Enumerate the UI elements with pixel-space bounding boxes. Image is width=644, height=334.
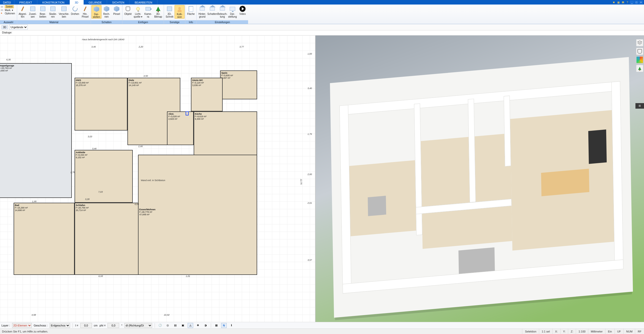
ribbon-rechnen[interactable]: Rech-nen (101, 5, 112, 18)
viewport-3d[interactable] (316, 35, 644, 322)
chair-icon (126, 7, 130, 11)
dim: 3,28 (85, 198, 90, 200)
dim: 6,30 (6, 58, 11, 61)
house-icon (200, 7, 205, 11)
phi-input[interactable] (108, 323, 119, 328)
ribbon-hintergrund[interactable]: Hinter-grund (197, 5, 207, 18)
menu-tab-datei[interactable]: DATEI (0, 0, 14, 5)
camera-icon (146, 7, 151, 11)
brush2-icon (84, 6, 87, 11)
phi-label: phi = (99, 324, 106, 327)
dim: 7,03 (98, 191, 103, 193)
ribbon-beleuchtung[interactable]: Beleuch-tung (217, 5, 227, 18)
ribbon-abgreifen[interactable]: Abgrei-fen (18, 5, 28, 18)
viewport-2d[interactable]: Haus behindertengerecht nach DIN 18040 3… (0, 35, 316, 322)
ribbon-section-info: Info (185, 20, 196, 24)
tree-icon (156, 7, 160, 11)
l-label: l = (75, 324, 78, 327)
ribbon-hinpinsel[interactable]: Hin.Pinsel (80, 5, 90, 18)
ribbon-zuweisen[interactable]: Zuwei-sen (28, 5, 38, 18)
bot-target-icon[interactable]: ◎ (165, 323, 171, 328)
dim: 1,83 (308, 53, 312, 55)
ribbon-bearbeiten[interactable]: Bear-beiten (38, 5, 48, 18)
menu-tab-gelaende[interactable]: GELÄNDE (84, 0, 107, 5)
bot-n-icon[interactable]: N (221, 323, 227, 328)
plus-icon: + (1, 12, 4, 15)
room-essenwohnen: Essen/Wohnen F=48,778 m²47,848 m² Wand e… (138, 155, 257, 275)
ribbon-lichtquelle[interactable]: Licht-quelle ▾ (133, 5, 143, 18)
menu-tab-sichten[interactable]: SICHTEN (107, 0, 129, 5)
scale-icon (50, 7, 55, 11)
bot-grid-icon[interactable]: ▦ (214, 323, 219, 328)
menu-tab-projekt[interactable]: PROJEKT (14, 0, 38, 5)
obj-tv (588, 130, 606, 164)
ribbon-flaeche[interactable]: Fläche (186, 5, 196, 15)
menu-tab-konstruktion[interactable]: KONSTRUKTION (37, 0, 70, 5)
rstrip-layers[interactable] (636, 39, 643, 46)
room-abst: Abst. F=3,028 m²2,823 m² (167, 111, 193, 145)
bot-cube-icon[interactable]: ▣ (180, 323, 186, 328)
ribbon-darstellen[interactable]: Dar-stellen (91, 5, 101, 19)
status-scale: 1:100 (576, 329, 588, 334)
ribbon-pinsel[interactable]: Pinsel (112, 5, 122, 15)
person-icon (178, 7, 181, 10)
rotate-icon (72, 5, 78, 12)
ribbon-verschieben[interactable]: Verschie-ben (58, 5, 70, 18)
plan-cursor-icon (186, 111, 189, 115)
bot-clock-icon[interactable]: 🕑 (157, 323, 163, 328)
ribbon-3dschnitt[interactable]: 3D-Schnitt (164, 5, 175, 18)
move-icon (61, 7, 66, 11)
bot-stack-icon[interactable]: ▤ (173, 323, 178, 328)
bot-layers2-icon[interactable]: ❖ (195, 323, 201, 328)
obj-table (541, 169, 589, 196)
obj-chair (368, 196, 386, 216)
rstrip-furniture[interactable] (636, 48, 643, 55)
box-icon (30, 7, 35, 11)
geschoss-label: Geschoss : (34, 324, 48, 327)
status-rf: RF (635, 329, 644, 334)
status-y: Y: (560, 329, 568, 334)
bot-surface-icon[interactable]: ◬ (188, 323, 193, 328)
titlebar-help-icon[interactable]: ? (625, 1, 629, 4)
menu-tab-bearbeiten[interactable]: BEARBEITEN (130, 0, 158, 5)
ribbon-drehen[interactable]: Drehen (70, 5, 80, 15)
ribbon-section-auswahl: Auswahl (0, 20, 17, 24)
house3-icon (220, 7, 225, 11)
ribbon-mark[interactable]: Mark. ▾ (5, 9, 13, 12)
window-maximize-button[interactable]: □ (634, 1, 638, 4)
titlebar-tool3-icon[interactable]: ⬒ (621, 1, 625, 4)
dim: 4,58 (31, 314, 36, 316)
ribbon-schattenE[interactable]: Schatten (207, 5, 217, 15)
box-icon (40, 7, 45, 11)
cube3-icon (114, 6, 119, 12)
ribbon-3dbitmap[interactable]: 3D-Bitmap (153, 5, 163, 18)
dl-select[interactable]: dl (Richtung/Di (124, 323, 152, 328)
rstrip-expand-handle[interactable]: ≡ (635, 103, 644, 109)
ribbon-skalieren[interactable]: Skalie-ren (48, 5, 58, 18)
subbar-mode-3d[interactable]: 3D (2, 25, 8, 29)
rstrip-tree[interactable] (636, 65, 643, 72)
window-close-button[interactable]: × (639, 1, 643, 4)
subbar-urgelaende-select[interactable]: Urgelände (9, 25, 28, 30)
titlebar-tool2-icon[interactable]: ▦ (616, 1, 620, 4)
ribbon-video[interactable]: Video (238, 5, 248, 15)
bot-info-icon[interactable]: ℹ (229, 323, 234, 328)
ribbon-section-einfuegen: Einfügen (122, 20, 164, 24)
rstrip-colors[interactable] (636, 56, 643, 63)
bot-globe-icon[interactable]: ◑ (203, 323, 208, 328)
ribbon-darstellung[interactable]: Dar-stellung (227, 5, 238, 18)
l-input[interactable] (80, 323, 92, 328)
chair2-icon (637, 49, 642, 54)
menu-tab-3d[interactable]: 3D (70, 0, 84, 5)
ribbon-kollision[interactable]: Kolli-sion (175, 5, 185, 19)
layer-label: Layer : (2, 324, 10, 327)
layer-select[interactable]: 2D-Elemen (12, 323, 32, 328)
ribbon-objekt[interactable]: Objekt (123, 5, 133, 15)
ribbon-kamera[interactable]: Kame-ra (143, 5, 153, 18)
geschoss-select[interactable]: Erdgeschos (50, 323, 70, 328)
titlebar-tool-icon[interactable]: ✖ (612, 1, 616, 4)
ribbon-optionen[interactable]: Optionen (5, 12, 15, 15)
window-minimize-button[interactable]: _ (630, 1, 634, 4)
ribbon-selekt[interactable]: Selekt (5, 5, 14, 8)
brush-icon (21, 6, 24, 11)
